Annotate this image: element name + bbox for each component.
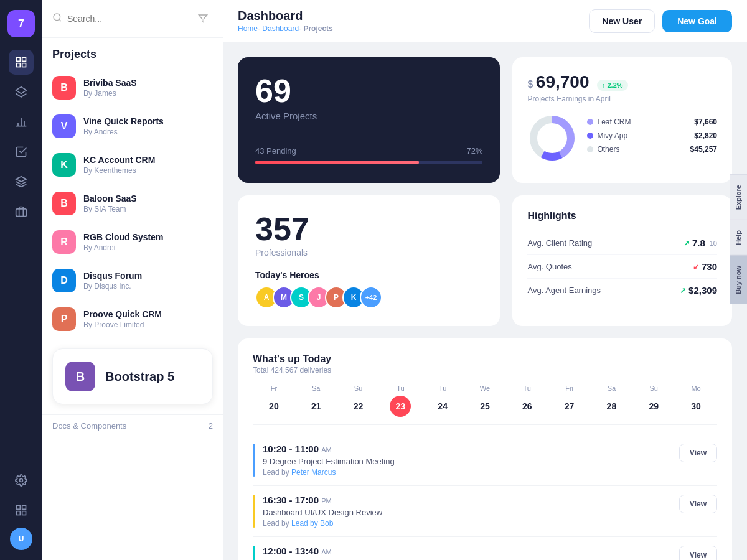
project-logo: D (52, 269, 76, 292)
nav-icon-chart[interactable] (9, 110, 34, 134)
event-bar (253, 444, 255, 477)
project-name: Briviba SaaS (83, 78, 213, 88)
calendar-day[interactable]: Su 22 (337, 385, 380, 417)
calendar-day[interactable]: Sa 28 (591, 385, 633, 417)
event-view-button[interactable]: View (679, 495, 717, 513)
calendar-day[interactable]: Tu 24 (421, 385, 464, 417)
project-item[interactable]: K KC Account CRM By Keenthemes (42, 146, 223, 184)
event-lead-link[interactable]: Lead by Bob (291, 519, 333, 528)
nav-icon-stack[interactable] (9, 169, 34, 194)
project-item[interactable]: P Proove Quick CRM By Proove Limited (42, 300, 223, 338)
project-item[interactable]: R RGB Cloud System By Andrei (42, 223, 223, 261)
nav-icon-layers[interactable] (9, 80, 34, 105)
calendar-title: What's up Today (253, 353, 717, 365)
docs-label: Docs & Components (52, 421, 126, 431)
highlight-label: Avg. Agent Earnings (527, 286, 601, 295)
project-name: KC Account CRM (83, 155, 213, 165)
new-goal-button[interactable]: New Goal (662, 10, 732, 32)
calendar-day[interactable]: Fri 27 (548, 385, 591, 417)
event-view-button[interactable]: View (679, 444, 717, 462)
cal-day-num: 30 (685, 396, 707, 417)
event-details: 10:20 - 11:00 AM 9 Degree Project Estima… (263, 444, 672, 477)
new-user-button[interactable]: New User (589, 9, 655, 33)
cal-day-name: Sa (591, 385, 633, 392)
project-by: By Keenthemes (83, 166, 213, 175)
cal-day-num: 29 (643, 396, 664, 417)
docs-row[interactable]: Docs & Components 2 (42, 414, 223, 437)
project-info: KC Account CRM By Keenthemes (83, 155, 213, 175)
calendar-day[interactable]: Sa 21 (295, 385, 337, 417)
cal-day-num: 23 (390, 396, 411, 417)
project-by: By Andres (83, 128, 213, 136)
svg-rect-13 (17, 511, 21, 515)
project-logo: B (52, 76, 76, 100)
svg-marker-17 (199, 15, 207, 22)
project-by: By Proove Limited (83, 320, 213, 329)
breadcrumb: Home- Dashboard- Projects (238, 24, 333, 33)
project-item[interactable]: V Vine Quick Reports By Andres (42, 107, 223, 146)
event-view-button[interactable]: View (679, 546, 717, 560)
highlights-list: Avg. Client Rating ↗ 7.810 Avg. Quotes ↙… (527, 231, 717, 302)
nav-icon-box[interactable] (9, 199, 34, 224)
icon-sidebar: 7 (0, 0, 42, 560)
legend-value: $2,820 (694, 131, 717, 140)
buy-now-tab[interactable]: Buy now (730, 255, 747, 304)
cal-day-num: 20 (263, 396, 284, 417)
calendar-day[interactable]: Tu 26 (506, 385, 548, 417)
search-input[interactable] (67, 14, 188, 24)
calendar-day[interactable]: Fr 20 (253, 385, 295, 417)
project-info: Briviba SaaS By James (83, 78, 213, 98)
trend-down-icon: ↙ (693, 263, 699, 271)
user-badge[interactable]: 7 (7, 10, 35, 37)
calendar-day[interactable]: Su 29 (632, 385, 675, 417)
progress-bar-fill (255, 161, 419, 164)
project-item[interactable]: D Disqus Forum By Disqus Inc. (42, 261, 223, 300)
svg-point-15 (54, 14, 60, 21)
project-name: Baloon SaaS (83, 194, 213, 203)
header-actions: New User New Goal (589, 9, 732, 33)
help-tab[interactable]: Help (730, 220, 747, 255)
calendar-day[interactable]: Mo 30 (675, 385, 717, 417)
nav-icon-grid2[interactable] (9, 498, 34, 523)
event-bar (253, 495, 255, 528)
donut-chart (527, 113, 577, 163)
highlight-value: ↙ 730 (693, 261, 717, 272)
professionals-count: 357 (255, 213, 482, 245)
professionals-label: Professionals (255, 248, 482, 258)
event-item: 10:20 - 11:00 AM 9 Degree Project Estima… (253, 435, 717, 486)
filter-icon[interactable] (193, 9, 213, 29)
event-item: 16:30 - 17:00 PM Dashboard UI/UX Design … (253, 486, 717, 537)
event-period: AM (321, 446, 332, 454)
cal-day-name: Sa (295, 385, 337, 392)
nav-icon-grid[interactable] (9, 50, 34, 75)
legend-value: $7,660 (694, 118, 717, 126)
nav-icon-check[interactable] (9, 139, 34, 164)
cal-day-num: 21 (306, 396, 327, 417)
event-lead-link[interactable]: Peter Marcus (291, 468, 336, 477)
project-logo: V (52, 114, 76, 138)
explore-tab[interactable]: Explore (730, 174, 747, 220)
events-list: 10:20 - 11:00 AM 9 Degree Project Estima… (253, 435, 717, 560)
event-details: 12:00 - 13:40 AM Marketing Campaign Disc… (263, 546, 672, 560)
project-item[interactable]: B Briviba SaaS By James (42, 68, 223, 107)
legend-item: Mivy App $2,820 (587, 131, 717, 140)
cal-day-name: Fr (253, 385, 295, 392)
calendar-day[interactable]: Tu 23 (379, 385, 421, 417)
pending-percent: 72% (466, 146, 482, 156)
breadcrumb-home[interactable]: Home (238, 24, 258, 33)
svg-rect-2 (17, 63, 21, 67)
nav-icon-settings[interactable] (9, 468, 34, 493)
svg-rect-12 (22, 506, 26, 510)
breadcrumb-dashboard[interactable]: Dashboard (262, 24, 299, 33)
svg-rect-3 (22, 63, 26, 67)
earnings-label: Projects Earnings in April (527, 95, 717, 103)
legend-dot (587, 133, 593, 139)
user-avatar[interactable]: U (10, 528, 32, 550)
project-item[interactable]: B Baloon SaaS By SIA Team (42, 184, 223, 223)
search-icon (52, 12, 62, 25)
earnings-currency: $ (527, 79, 533, 90)
calendar-day[interactable]: We 25 (464, 385, 506, 417)
cal-day-num: 28 (601, 396, 622, 417)
calendar-subtitle: Total 424,567 deliveries (253, 366, 717, 375)
highlights-title: Highlights (527, 210, 717, 222)
